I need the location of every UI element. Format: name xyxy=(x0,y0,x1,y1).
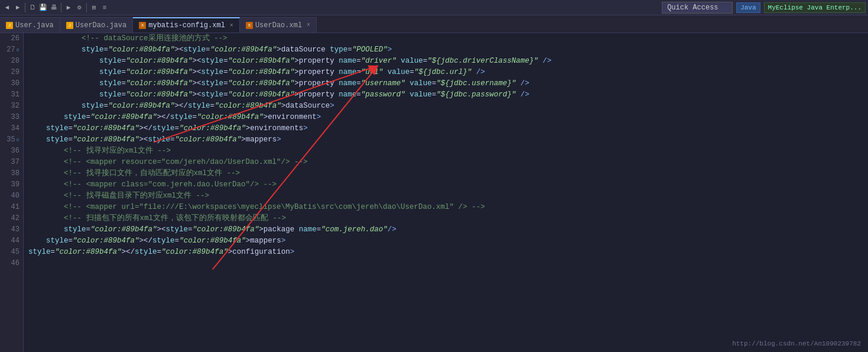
code-line-35: style="color:#89b4fa"><style="color:#89b… xyxy=(28,134,868,146)
line-number-44: 44 xyxy=(0,235,23,247)
toolbar-print-icon[interactable]: 🖶 xyxy=(49,3,58,12)
tab-icon-mybatis-config-xml: X xyxy=(139,22,146,29)
tab-label-mybatis-config-xml: mybatis-config.xml xyxy=(148,21,225,30)
tab-label-user-java: User.java xyxy=(15,21,54,30)
code-line-43: style="color:#89b4fa"><style="color:#89b… xyxy=(28,224,868,235)
line-number-35: 35 xyxy=(0,134,23,146)
code-line-27: style="color:#89b4fa"><style="color:#89b… xyxy=(28,44,868,56)
code-line-30: style="color:#89b4fa"><style="color:#89b… xyxy=(28,78,868,89)
tab-close-mybatis-config-xml[interactable]: × xyxy=(230,22,233,29)
code-line-39: <!-- <mapper class="com.jereh.dao.UserDa… xyxy=(28,179,868,190)
line-number-38: 38 xyxy=(0,168,23,179)
toolbar-fwd-icon[interactable]: ► xyxy=(13,3,22,12)
line-number-33: 33 xyxy=(0,112,23,123)
toolbar: ◄ ► 🗋 💾 🖶 ▶ ⚙ ⊞ ≡ Quick Access Java MyEc… xyxy=(0,0,868,15)
code-area[interactable]: <!-- dataSource采用连接池的方式 --> style="color… xyxy=(24,33,868,269)
code-line-26: <!-- dataSource采用连接池的方式 --> xyxy=(28,33,868,44)
line-number-37: 37 xyxy=(0,157,23,168)
tab-label-userdao-java: UserDao.java xyxy=(76,21,126,30)
toolbar-save-icon[interactable]: 💾 xyxy=(38,3,48,12)
line-number-39: 39 xyxy=(0,179,23,190)
code-line-34: style="color:#89b4fa"></style="color:#89… xyxy=(28,123,868,134)
code-line-36: <!-- 找寻对应的xml文件 --> xyxy=(28,146,868,157)
tab-mybatis-config-xml[interactable]: X mybatis-config.xml × xyxy=(133,17,240,33)
line-number-40: 40 xyxy=(0,190,23,202)
line-number-46: 46 xyxy=(0,258,23,269)
line-number-29: 29 xyxy=(0,67,23,78)
toolbar-back-icon[interactable]: ◄ xyxy=(2,3,12,12)
tab-userdao-java[interactable]: J UserDao.java xyxy=(60,17,133,33)
code-line-29: style="color:#89b4fa"><style="color:#89b… xyxy=(28,67,868,78)
toolbar-grid-icon[interactable]: ⊞ xyxy=(89,3,99,12)
line-number-31: 31 xyxy=(0,89,23,101)
line-number-28: 28 xyxy=(0,56,23,67)
code-line-37: <!-- <mapper resource="com/jereh/dao/Use… xyxy=(28,157,868,168)
code-line-46 xyxy=(28,258,868,269)
toolbar-run-icon[interactable]: ▶ xyxy=(64,3,73,12)
myeclipse-perspective-button[interactable]: MyEclipse Java Enterp... xyxy=(764,2,866,13)
tab-icon-userdao-xml: X xyxy=(246,22,253,29)
code-line-40: <!-- 找寻磁盘目录下的对应xml文件 --> xyxy=(28,190,868,202)
line-number-42: 42 xyxy=(0,213,23,224)
java-perspective-button[interactable]: Java xyxy=(736,2,760,13)
code-line-44: style="color:#89b4fa"></style="color:#89… xyxy=(28,235,868,247)
line-number-27: 27 xyxy=(0,44,23,56)
toolbar-sep-2 xyxy=(61,3,61,12)
tab-icon-user-java: J xyxy=(6,22,13,29)
line-number-26: 26 xyxy=(0,33,23,44)
line-number-36: 36 xyxy=(0,146,23,157)
tab-bar: J User.java J UserDao.java X mybatis-con… xyxy=(0,15,868,33)
toolbar-sep-3 xyxy=(86,3,87,12)
code-line-28: style="color:#89b4fa"><style="color:#89b… xyxy=(28,56,868,67)
code-line-32: style="color:#89b4fa"></style="color:#89… xyxy=(28,101,868,112)
code-line-31: style="color:#89b4fa"><style="color:#89b… xyxy=(28,89,868,101)
editor-wrapper: <!-- dataSource采用连接池的方式 --> style="color… xyxy=(24,33,868,352)
toolbar-sep-1 xyxy=(25,3,25,12)
tab-user-java[interactable]: J User.java xyxy=(0,17,60,33)
line-number-32: 32 xyxy=(0,101,23,112)
tab-label-userdao-xml: UserDao.xml xyxy=(255,21,302,30)
toolbar-list-icon[interactable]: ≡ xyxy=(100,3,109,12)
toolbar-debug-icon[interactable]: ⚙ xyxy=(74,3,84,12)
code-line-41: <!-- <mapper url="file:///E:\workspaces\… xyxy=(28,202,868,213)
line-number-34: 34 xyxy=(0,123,23,134)
tab-close-userdao-xml[interactable]: × xyxy=(307,22,310,28)
tab-userdao-xml[interactable]: X UserDao.xml × xyxy=(240,17,317,33)
line-numbers: 2627282930313233343536373839404142434445… xyxy=(0,33,24,352)
code-line-45: style="color:#89b4fa"></style="color:#89… xyxy=(28,247,868,258)
toolbar-right: Quick Access Java MyEclipse Java Enterp.… xyxy=(662,2,866,14)
code-line-33: style="color:#89b4fa"></style="color:#89… xyxy=(28,112,868,123)
code-line-38: <!-- 找寻接口文件，自动匹配对应的xml文件 --> xyxy=(28,168,868,179)
tab-icon-userdao-java: J xyxy=(66,22,73,29)
line-number-43: 43 xyxy=(0,224,23,235)
line-number-30: 30 xyxy=(0,78,23,89)
line-number-41: 41 xyxy=(0,202,23,213)
quick-access-input[interactable]: Quick Access xyxy=(662,2,733,14)
toolbar-file-icon[interactable]: 🗋 xyxy=(28,3,37,12)
editor-area: 2627282930313233343536373839404142434445… xyxy=(0,33,868,352)
line-number-45: 45 xyxy=(0,247,23,258)
code-line-42: <!-- 扫描包下的所有xml文件，该包下的所有映射都会匹配 --> xyxy=(28,213,868,224)
